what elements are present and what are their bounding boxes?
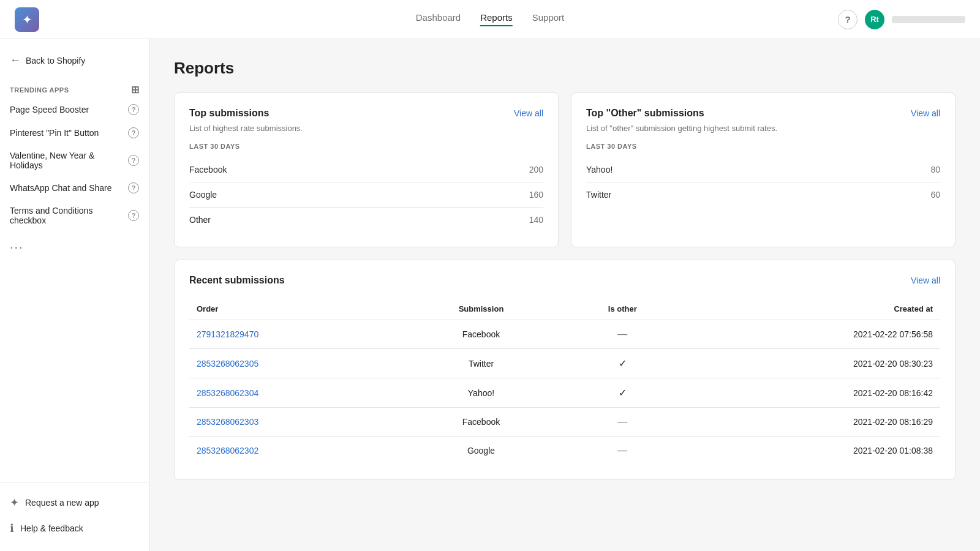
tab-reports[interactable]: Reports (480, 12, 513, 26)
stat-row: Facebook 200 (189, 157, 543, 182)
back-label: Back to Shopify (26, 56, 85, 66)
table-row: 2853268062302 Google — 2021-02-20 01:08:… (189, 437, 940, 465)
is-other-cell: ✓ (563, 378, 682, 408)
sidebar-item-valentine[interactable]: Valentine, New Year & Holidays ? (0, 144, 149, 176)
created-at-cell: 2021-02-20 08:16:29 (682, 408, 940, 437)
top-cards-row: Top submissions View all List of highest… (174, 92, 956, 247)
dash-icon: — (617, 329, 627, 339)
top-submissions-period: LAST 30 DAYS (189, 143, 543, 150)
top-nav-links: Dashboard Reports Support (416, 12, 564, 26)
info-icon[interactable]: ? (128, 104, 139, 115)
order-link[interactable]: 2791321829470 (197, 329, 258, 339)
order-cell: 2853268062304 (189, 378, 399, 408)
order-cell: 2853268062305 (189, 349, 399, 378)
col-submission: Submission (399, 298, 563, 320)
top-nav: ✦ Dashboard Reports Support ? Rt (0, 0, 980, 39)
created-at-cell: 2021-02-20 01:08:38 (682, 437, 940, 465)
app-logo[interactable]: ✦ (15, 7, 39, 32)
help-feedback[interactable]: ℹ Help & feedback (0, 515, 149, 541)
sidebar-item-label: Page Speed Booster (10, 105, 89, 114)
top-other-period: LAST 30 DAYS (586, 143, 940, 150)
created-at-cell: 2021-02-20 08:16:42 (682, 378, 940, 408)
stat-row: Yahoo! 80 (586, 157, 940, 182)
sidebar-footer: ✦ Request a new app ℹ Help & feedback (0, 482, 149, 541)
stat-label: Twitter (586, 190, 611, 200)
created-at-cell: 2021-02-22 07:56:58 (682, 320, 940, 349)
info-icon[interactable]: ? (128, 182, 139, 193)
stat-value: 160 (529, 190, 543, 200)
col-order: Order (189, 298, 399, 320)
sidebar-item-label: WhatsApp Chat and Share (10, 183, 112, 193)
account-name (892, 16, 965, 23)
help-icon[interactable]: ? (838, 10, 858, 29)
submission-cell: Twitter (399, 349, 563, 378)
stat-value: 60 (930, 190, 940, 200)
back-arrow-icon: ← (10, 54, 21, 67)
recent-header: Recent submissions View all (189, 275, 940, 286)
recent-table: Order Submission Is other Created at 279… (189, 298, 940, 465)
top-submissions-rows: Facebook 200 Google 160 Other 140 (189, 157, 543, 232)
dash-icon: — (617, 445, 627, 455)
info-icon[interactable]: ? (128, 127, 139, 138)
is-other-cell: ✓ (563, 349, 682, 378)
order-link[interactable]: 2853268062302 (197, 446, 258, 455)
top-other-header: Top "Other" submissions View all (586, 108, 940, 119)
created-at-cell: 2021-02-20 08:30:23 (682, 349, 940, 378)
stat-value: 80 (930, 165, 940, 174)
sidebar-item-pinterest[interactable]: Pinterest "Pin It" Button ? (0, 121, 149, 144)
top-nav-right: ? Rt (838, 10, 965, 29)
stat-row: Twitter 60 (586, 182, 940, 207)
checkmark-icon: ✓ (619, 388, 627, 398)
avatar[interactable]: Rt (865, 10, 884, 29)
order-cell: 2853268062302 (189, 437, 399, 465)
main-content: Reports Top submissions View all List of… (149, 39, 980, 551)
stat-label: Facebook (189, 165, 227, 174)
grid-icon[interactable]: ⊞ (131, 84, 140, 96)
stat-label: Google (189, 190, 217, 200)
request-new-app[interactable]: ✦ Request a new app (0, 490, 149, 515)
top-submissions-card: Top submissions View all List of highest… (174, 92, 559, 247)
is-other-cell: — (563, 320, 682, 349)
is-other-cell: — (563, 437, 682, 465)
tab-dashboard[interactable]: Dashboard (416, 12, 461, 26)
table-row: 2853268062304 Yahoo! ✓ 2021-02-20 08:16:… (189, 378, 940, 408)
sidebar-item-page-speed-booster[interactable]: Page Speed Booster ? (0, 98, 149, 121)
order-link[interactable]: 2853268062304 (197, 388, 258, 398)
top-submissions-title: Top submissions (189, 108, 269, 119)
order-link[interactable]: 2853268062303 (197, 417, 258, 427)
sidebar-item-label: Pinterest "Pin It" Button (10, 128, 99, 138)
info-icon[interactable]: ? (128, 210, 139, 221)
stat-label: Yahoo! (586, 165, 612, 174)
top-other-submissions-card: Top "Other" submissions View all List of… (571, 92, 956, 247)
help-label: Help & feedback (20, 523, 83, 533)
layout: ← Back to Shopify TRENDING APPS ⊞ Page S… (0, 39, 980, 551)
tab-support[interactable]: Support (532, 12, 565, 26)
page-title: Reports (174, 59, 956, 78)
top-other-view-all[interactable]: View all (911, 108, 940, 118)
submission-cell: Yahoo! (399, 378, 563, 408)
top-other-subtitle: List of "other" submission getting highe… (586, 124, 940, 133)
top-submissions-header: Top submissions View all (189, 108, 543, 119)
sidebar-item-whatsapp[interactable]: WhatsApp Chat and Share ? (0, 176, 149, 200)
sidebar-item-label: Valentine, New Year & Holidays (10, 151, 128, 170)
order-cell: 2853268062303 (189, 408, 399, 437)
submission-cell: Facebook (399, 320, 563, 349)
sidebar-item-label: Terms and Conditions checkbox (10, 206, 128, 225)
col-is-other: Is other (563, 298, 682, 320)
top-other-title: Top "Other" submissions (586, 108, 704, 119)
table-row: 2853268062305 Twitter ✓ 2021-02-20 08:30… (189, 349, 940, 378)
info-circle-icon: ℹ (10, 522, 14, 535)
order-link[interactable]: 2853268062305 (197, 359, 258, 369)
recent-view-all[interactable]: View all (911, 276, 940, 285)
top-submissions-view-all[interactable]: View all (514, 108, 543, 118)
request-icon: ✦ (10, 496, 19, 509)
submission-cell: Facebook (399, 408, 563, 437)
col-created-at: Created at (682, 298, 940, 320)
sidebar-more[interactable]: ... (0, 231, 149, 258)
recent-title: Recent submissions (189, 275, 285, 286)
back-to-shopify[interactable]: ← Back to Shopify (0, 49, 149, 72)
dash-icon: — (617, 416, 627, 427)
info-icon[interactable]: ? (128, 155, 139, 166)
sidebar-item-terms[interactable]: Terms and Conditions checkbox ? (0, 200, 149, 231)
stat-row: Google 160 (189, 182, 543, 208)
